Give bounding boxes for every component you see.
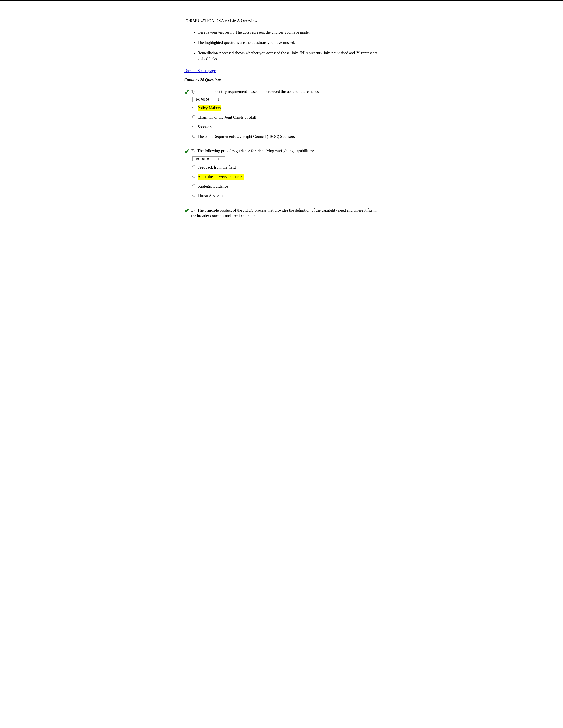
radio-1-2[interactable] — [192, 115, 195, 118]
intro-item-2: The highlighted questions are the questi… — [197, 40, 379, 46]
question-header-1: ✔ 1) _________ identify requirements bas… — [184, 89, 379, 96]
top-border — [0, 0, 563, 1]
question-block-3: ✔ 3) The principle product of the JCIDS … — [184, 208, 379, 219]
question-text-2: 2) The following provides guidance for i… — [191, 148, 379, 154]
radio-1-4[interactable] — [192, 135, 195, 138]
meta-id-2: 10170159 — [192, 156, 212, 161]
answer-option-1-2: Chairman of the Joint Chiefs of Staff — [192, 115, 379, 120]
radio-2-2[interactable] — [192, 175, 195, 178]
intro-item-1: Here is your test result. The dots repre… — [197, 29, 379, 35]
contains-label: Contains 28 Questions — [184, 78, 379, 82]
correct-checkmark-2: ✔ — [184, 148, 189, 155]
radio-2-4[interactable] — [192, 194, 195, 197]
answer-option-2-1: Feedback from the field — [192, 165, 379, 170]
answer-text-1-2: Chairman of the Joint Chiefs of Staff — [197, 115, 256, 120]
question-text-1: 1) _________ identify requirements based… — [191, 89, 379, 94]
radio-1-1[interactable] — [192, 106, 195, 109]
question-header-2: ✔ 2) The following provides guidance for… — [184, 148, 379, 155]
correct-checkmark-3: ✔ — [184, 207, 189, 214]
question-meta-row-2: 10170159 1 — [192, 156, 379, 161]
meta-val-1: 1 — [212, 97, 225, 102]
question-header-3: ✔ 3) The principle product of the JCIDS … — [184, 208, 379, 219]
answer-text-1-4: The Joint Requirements Oversight Council… — [197, 134, 295, 139]
answer-option-1-4: The Joint Requirements Oversight Council… — [192, 134, 379, 139]
exam-title: FORMULATION EXAM: Big A Overview — [184, 18, 379, 23]
page-container: FORMULATION EXAM: Big A Overview Here is… — [171, 18, 392, 245]
question-block-2: ✔ 2) The following provides guidance for… — [184, 148, 379, 199]
answer-text-2-3: Strategic Guidance — [197, 184, 228, 189]
question-text-3: 3) The principle product of the JCIDS pr… — [191, 208, 379, 219]
meta-val-2: 1 — [212, 156, 225, 161]
answer-option-2-3: Strategic Guidance — [192, 184, 379, 189]
answer-option-1-1: Policy Makers — [192, 105, 379, 111]
answer-text-2-1: Feedback from the field — [197, 165, 235, 170]
answer-text-1-1: Policy Makers — [197, 105, 220, 111]
answer-text-2-2: All of the answers are correct — [197, 174, 244, 180]
correct-checkmark-1: ✔ — [184, 88, 189, 96]
meta-id-1: 10170156 — [192, 97, 212, 102]
radio-2-3[interactable] — [192, 184, 195, 187]
answer-text-2-4: Threat Assessments — [197, 193, 229, 199]
radio-2-1[interactable] — [192, 165, 195, 168]
question-block-1: ✔ 1) _________ identify requirements bas… — [184, 89, 379, 139]
answer-option-2-2: All of the answers are correct — [192, 174, 379, 180]
answer-option-2-4: Threat Assessments — [192, 193, 379, 199]
intro-list: Here is your test result. The dots repre… — [184, 29, 379, 62]
back-to-status-link[interactable]: Back to Status page — [184, 69, 216, 73]
intro-item-3: Remediation Accessed shows whether you a… — [197, 50, 379, 62]
radio-1-3[interactable] — [192, 125, 195, 128]
question-meta-row-1: 10170156 1 — [192, 97, 379, 102]
answer-text-1-3: Sponsors — [197, 124, 212, 130]
answer-option-1-3: Sponsors — [192, 124, 379, 130]
